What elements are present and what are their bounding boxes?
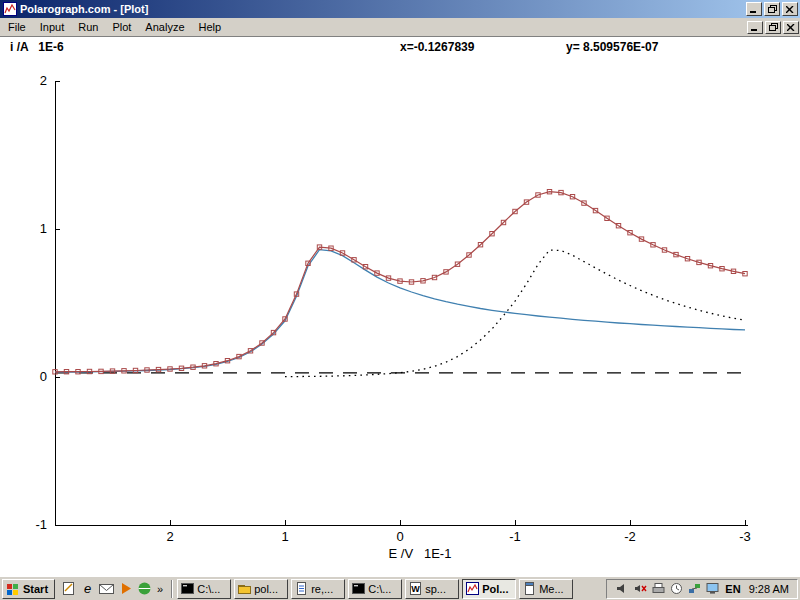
y-tick-label: -1 <box>35 517 47 532</box>
taskbar-button-polarograph[interactable]: Pol... <box>462 579 516 599</box>
folder-icon <box>238 582 251 595</box>
media-player-icon[interactable] <box>117 580 134 597</box>
application-window: Polarograph.com - [Plot] File Input Run … <box>0 0 800 600</box>
polarograph-app-icon <box>3 2 17 16</box>
ms-dos-icon <box>181 582 194 595</box>
titlebar[interactable]: Polarograph.com - [Plot] <box>0 0 800 18</box>
x-tick-label: -3 <box>739 529 751 544</box>
minimize-icon[interactable] <box>746 2 762 16</box>
menu-analyze[interactable]: Analyze <box>138 19 191 35</box>
menu-plot[interactable]: Plot <box>105 19 138 35</box>
polarograph-icon <box>466 582 479 595</box>
display-icon[interactable] <box>705 582 719 596</box>
menu-help[interactable]: Help <box>192 19 229 35</box>
system-tray: EN 9:28 AM <box>606 579 798 599</box>
mdi-minimize-icon[interactable] <box>747 21 763 34</box>
x-tick-label: -1 <box>509 529 521 544</box>
document-icon <box>295 582 308 595</box>
svg-text:W: W <box>411 584 420 594</box>
svg-text:e: e <box>84 581 91 596</box>
window-controls <box>746 2 798 16</box>
quick-launch: e » <box>58 580 167 597</box>
menu-input[interactable]: Input <box>33 19 71 35</box>
taskbar: Start e » C:\... pol... re,... C:\... <box>0 576 800 600</box>
printer-icon[interactable] <box>651 582 665 596</box>
start-label: Start <box>23 583 48 595</box>
close-icon[interactable] <box>782 2 798 16</box>
cursor-x-readout: x=-0.1267839 <box>400 40 474 54</box>
window-title: Polarograph.com - [Plot] <box>20 0 746 18</box>
taskbar-button-dos-1[interactable]: C:\... <box>177 579 231 599</box>
ms-dos-icon <box>352 582 365 595</box>
menu-file[interactable]: File <box>1 19 33 35</box>
taskbar-button-me-document[interactable]: Me... <box>519 579 573 599</box>
series-component-1 <box>55 250 745 372</box>
x-axis-title: E /V 1E-1 <box>389 546 452 561</box>
show-desktop-icon[interactable] <box>60 580 77 597</box>
internet-explorer-icon[interactable]: e <box>79 580 96 597</box>
menubar: File Input Run Plot Analyze Help <box>0 18 800 37</box>
taskbar-button-re-document[interactable]: re,... <box>291 579 345 599</box>
menu-run[interactable]: Run <box>71 19 105 35</box>
mdi-close-icon[interactable] <box>783 21 799 34</box>
volume-icon[interactable] <box>615 582 629 596</box>
notepad-icon <box>523 582 536 595</box>
word-document-icon: W <box>409 582 422 595</box>
scheduler-icon[interactable] <box>669 582 683 596</box>
plot-canvas[interactable]: 210-1-2-3210-1E /V 1E-1 <box>0 37 800 576</box>
y-tick-label: 0 <box>40 369 47 384</box>
x-tick-label: 0 <box>396 529 403 544</box>
restore-icon[interactable] <box>764 2 780 16</box>
cursor-y-readout: y= 8.509576E-07 <box>566 40 658 54</box>
mdi-child-controls <box>747 21 799 34</box>
y-tick-label: 2 <box>40 73 47 88</box>
msn-icon[interactable] <box>136 580 153 597</box>
x-tick-label: 1 <box>281 529 288 544</box>
plot-client-area: 210-1-2-3210-1E /V 1E-1 i /A 1E-6 x=-0.1… <box>0 37 800 576</box>
x-tick-label: 2 <box>166 529 173 544</box>
outlook-express-icon[interactable] <box>98 580 115 597</box>
mdi-restore-icon[interactable] <box>765 21 781 34</box>
mute-icon[interactable] <box>633 582 647 596</box>
windows-flag-icon <box>6 582 20 596</box>
y-axis-title: i /A 1E-6 <box>10 40 64 54</box>
series-total-fit <box>55 192 745 372</box>
network-icon[interactable] <box>687 582 701 596</box>
taskbar-divider <box>171 580 173 598</box>
chevron-icon[interactable]: » <box>155 583 165 595</box>
language-indicator[interactable]: EN <box>723 583 742 595</box>
x-tick-label: -2 <box>624 529 636 544</box>
start-button[interactable]: Start <box>2 579 55 599</box>
clock[interactable]: 9:28 AM <box>747 583 789 595</box>
taskbar-button-pol-folder[interactable]: pol... <box>234 579 288 599</box>
taskbar-button-dos-2[interactable]: C:\... <box>348 579 402 599</box>
taskbar-button-sp-word[interactable]: W sp... <box>405 579 459 599</box>
y-tick-label: 1 <box>40 221 47 236</box>
